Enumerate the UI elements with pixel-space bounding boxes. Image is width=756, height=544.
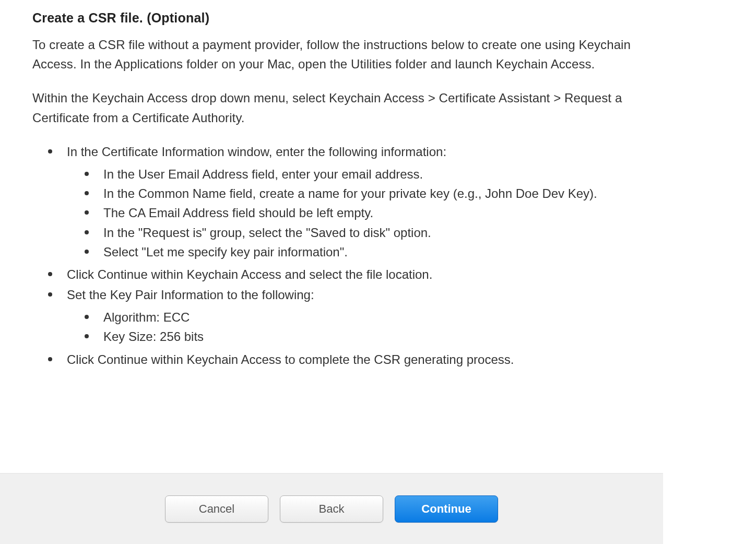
list-item: Select "Let me specify key pair informat… [85,242,658,262]
continue-button[interactable]: Continue [395,495,498,523]
cancel-button[interactable]: Cancel [165,495,268,523]
list-item: In the "Request is" group, select the "S… [85,223,658,242]
section-heading: Create a CSR file. (Optional) [32,10,658,26]
list-item: In the Common Name field, create a name … [85,184,658,203]
list-item-text: In the Certificate Information window, e… [67,145,446,159]
footer-button-bar: Cancel Back Continue [0,473,663,544]
list-item: Set the Key Pair Information to the foll… [48,285,658,347]
sub-list: In the User Email Address field, enter y… [67,164,658,262]
back-button[interactable]: Back [280,495,383,523]
list-item: Click Continue within Keychain Access an… [48,265,658,284]
list-item: In the Certificate Information window, e… [48,142,658,262]
sub-list: Algorithm: ECC Key Size: 256 bits [67,308,658,346]
instructions-list: In the Certificate Information window, e… [32,142,658,369]
list-item: The CA Email Address field should be lef… [85,203,658,222]
list-item: Key Size: 256 bits [85,327,658,346]
intro-paragraph-1: To create a CSR file without a payment p… [32,35,658,74]
list-item: Click Continue within Keychain Access to… [48,350,658,369]
intro-paragraph-2: Within the Keychain Access drop down men… [32,88,658,127]
list-item: In the User Email Address field, enter y… [85,164,658,184]
list-item-text: Set the Key Pair Information to the foll… [67,288,314,302]
list-item: Algorithm: ECC [85,308,658,327]
